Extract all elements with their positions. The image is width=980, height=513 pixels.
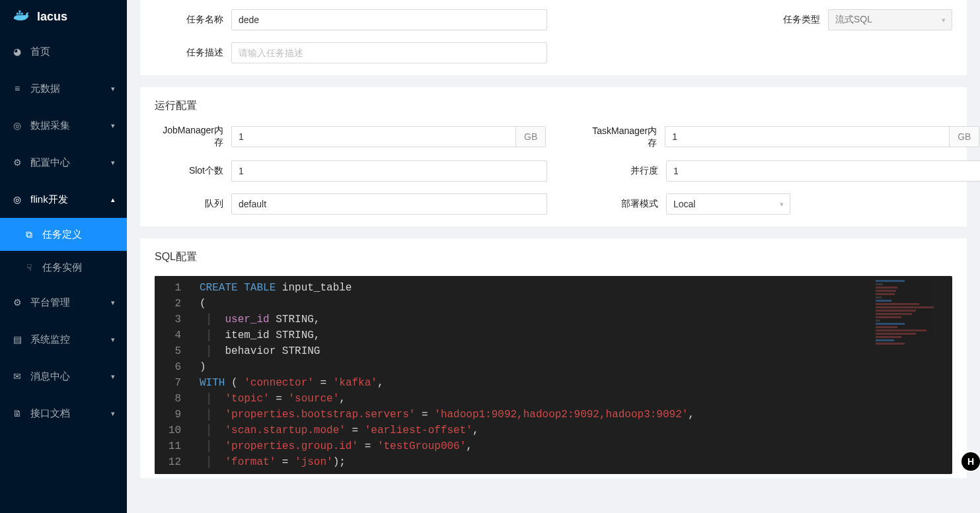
task-type-label: 任务类型 [749, 14, 828, 26]
line-number: 6 [161, 359, 181, 375]
sidebar-subitem-task-instance[interactable]: ☟ 任务实例 [0, 251, 127, 284]
sidebar-item-config-center[interactable]: ⚙ 配置中心 ▾ [0, 144, 127, 181]
sidebar-subitem-task-def[interactable]: ⧉ 任务定义 [0, 218, 127, 251]
main-content: 任务名称 任务类型 ▾ 任务描述 运行配置 [127, 0, 980, 513]
task-type-select[interactable]: ▾ [828, 9, 952, 30]
deploy-value [666, 193, 790, 215]
floating-help-badge[interactable]: H [960, 451, 980, 472]
sidebar-item-metadata[interactable]: ≡ 元数据 ▾ [0, 70, 127, 107]
sql-title: SQL配置 [155, 250, 952, 264]
chevron-down-icon: ▾ [111, 409, 115, 418]
sidebar-item-label: 平台管理 [30, 296, 111, 309]
line-number: 10 [161, 423, 181, 438]
chevron-down-icon: ▾ [111, 335, 115, 344]
layers-icon: ≡ [12, 83, 22, 94]
line-number: 12 [161, 454, 181, 470]
sidebar-item-label: flink开发 [30, 193, 111, 206]
brand-name: lacus [37, 10, 67, 24]
chevron-down-icon: ▾ [111, 298, 115, 307]
sidebar-item-label: 系统监控 [30, 333, 111, 346]
task-desc-label: 任务描述 [155, 47, 231, 59]
slot-label: Slot个数 [155, 165, 231, 177]
sidebar-item-label: 数据采集 [30, 120, 111, 132]
sql-editor[interactable]: 1 2 3 4 5 6 7 8 9 10 11 12 CREATE TABLE … [155, 276, 952, 474]
doc-icon: 🗎 [12, 408, 22, 419]
editor-code[interactable]: CREATE TABLE input_table ( │ user_id STR… [190, 276, 952, 474]
sidebar-item-label: 任务定义 [42, 228, 115, 241]
sidebar-item-label: 接口文档 [30, 407, 111, 420]
gear-icon: ⚙ [12, 157, 22, 168]
svg-rect-0 [17, 13, 19, 15]
sidebar-item-label: 元数据 [30, 83, 111, 95]
jm-mem-label: JobManager内存 [155, 125, 231, 149]
line-number: 7 [161, 375, 181, 391]
tm-mem-input[interactable] [665, 126, 949, 147]
field-jm-mem: JobManager内存 GB [155, 125, 546, 149]
svg-rect-3 [19, 11, 21, 13]
sidebar-item-label: 配置中心 [30, 156, 111, 169]
line-number: 9 [161, 407, 181, 423]
sidebar: lacus ◕ 首页 ≡ 元数据 ▾ ◎ 数据采集 ▾ ⚙ 配置中心 ▾ [0, 0, 127, 513]
svg-rect-1 [19, 13, 21, 15]
badge-letter: H [967, 456, 974, 467]
card-basic: 任务名称 任务类型 ▾ 任务描述 [140, 0, 967, 75]
line-number: 11 [161, 438, 181, 454]
deploy-select[interactable]: ▾ [666, 193, 790, 215]
tm-mem-label: TaskManager内存 [585, 125, 665, 149]
line-number: 1 [161, 280, 181, 296]
sidebar-item-label: 任务实例 [42, 261, 115, 274]
target-icon: ◎ [12, 194, 22, 205]
field-task-type: 任务类型 ▾ [749, 9, 952, 30]
sidebar-menu: ◕ 首页 ≡ 元数据 ▾ ◎ 数据采集 ▾ ⚙ 配置中心 ▾ ◎ flink开发 [0, 33, 127, 432]
field-slot: Slot个数 [155, 160, 547, 182]
parallel-label: 并行度 [587, 165, 666, 177]
sidebar-item-messages[interactable]: ✉ 消息中心 ▾ [0, 358, 127, 395]
queue-input[interactable] [231, 193, 547, 215]
sidebar-item-flink[interactable]: ◎ flink开发 ▴ [0, 181, 127, 218]
whale-icon [12, 9, 30, 24]
sidebar-item-home[interactable]: ◕ 首页 [0, 33, 127, 70]
slot-input[interactable] [231, 160, 547, 182]
chevron-down-icon: ▾ [111, 158, 115, 167]
line-number: 5 [161, 343, 181, 359]
brand-logo: lacus [0, 0, 127, 33]
sidebar-item-apidoc[interactable]: 🗎 接口文档 ▾ [0, 395, 127, 432]
field-task-name: 任务名称 [155, 9, 547, 30]
sidebar-item-ingest[interactable]: ◎ 数据采集 ▾ [0, 107, 127, 144]
chevron-up-icon: ▴ [111, 195, 115, 204]
field-parallel: 并行度 [587, 160, 980, 182]
task-name-input[interactable] [231, 9, 547, 30]
line-number: 2 [161, 296, 181, 312]
card-runtime: 运行配置 JobManager内存 GB TaskManager内存 GB [140, 87, 967, 226]
gear-icon: ⚙ [12, 297, 22, 308]
jm-mem-unit: GB [515, 126, 546, 147]
dashboard-icon: ◕ [12, 46, 22, 57]
editor-minimap[interactable] [876, 280, 948, 372]
field-deploy: 部署模式 ▾ [587, 193, 790, 215]
flow-icon: ⧉ [24, 229, 34, 240]
parallel-input[interactable] [666, 160, 980, 182]
field-queue: 队列 [155, 193, 547, 215]
line-number: 4 [161, 327, 181, 343]
card-sql: SQL配置 1 2 3 4 5 6 7 8 9 10 11 12 CREATE … [140, 238, 967, 478]
task-desc-input[interactable] [231, 42, 547, 63]
line-number: 3 [161, 312, 181, 327]
chevron-down-icon: ▾ [111, 372, 115, 381]
pointer-icon: ☟ [24, 262, 34, 273]
sidebar-item-monitor[interactable]: ▤ 系统监控 ▾ [0, 321, 127, 358]
sidebar-item-label: 消息中心 [30, 370, 111, 383]
sidebar-item-label: 首页 [30, 46, 115, 58]
task-name-label: 任务名称 [155, 14, 231, 26]
svg-rect-2 [21, 13, 23, 15]
sidebar-item-platform[interactable]: ⚙ 平台管理 ▾ [0, 284, 127, 321]
queue-label: 队列 [155, 198, 231, 210]
field-task-desc: 任务描述 [155, 42, 547, 63]
message-icon: ✉ [12, 371, 22, 382]
monitor-icon: ▤ [12, 334, 22, 345]
chevron-down-icon: ▾ [111, 85, 115, 93]
editor-gutter: 1 2 3 4 5 6 7 8 9 10 11 12 [155, 276, 190, 474]
jm-mem-input[interactable] [231, 126, 515, 147]
field-tm-mem: TaskManager内存 GB [585, 125, 979, 149]
chevron-down-icon: ▾ [111, 121, 115, 130]
runtime-title: 运行配置 [155, 99, 952, 113]
